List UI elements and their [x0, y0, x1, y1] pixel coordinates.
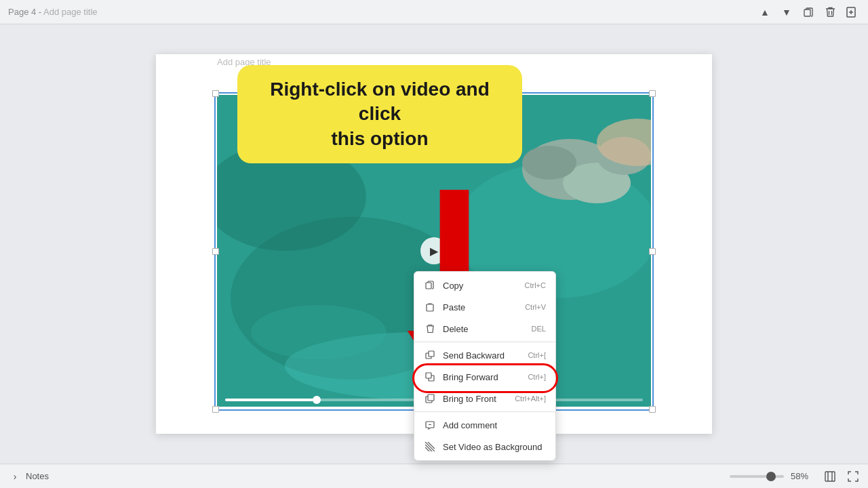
menu-item-bring-forward[interactable]: Bring Forward Ctrl+]: [414, 366, 555, 388]
zoom-percent: 58%: [791, 471, 815, 481]
send-backward-label: Send Backward: [443, 350, 505, 361]
add-page-title[interactable]: Add page title: [43, 7, 98, 17]
menu-item-bring-to-front[interactable]: Bring to Front Ctrl+Alt+]: [414, 388, 555, 409]
svg-rect-19: [426, 283, 431, 289]
separator: -: [36, 7, 43, 17]
add-comment-label: Add comment: [443, 420, 497, 430]
fullscreen-button[interactable]: [845, 468, 861, 485]
bottom-right-controls: 58%: [730, 468, 861, 485]
send-backward-shortcut: Ctrl+[: [528, 351, 546, 359]
bring-forward-icon: [424, 371, 436, 383]
svg-rect-22: [429, 351, 434, 357]
menu-item-set-video-bg[interactable]: Set Video as Background: [414, 436, 555, 458]
instruction-tooltip: Right-click on video and click this opti…: [237, 65, 522, 163]
paste-icon: [424, 301, 436, 313]
page-info: Page 4 - Add page title: [8, 7, 98, 17]
video-progress-handle[interactable]: [313, 396, 321, 404]
tooltip-text: Right-click on video and click this opti…: [256, 77, 503, 151]
bring-to-front-icon: [424, 392, 436, 405]
bring-forward-shortcut: Ctrl+]: [528, 373, 546, 381]
canvas-area: Add page title: [0, 24, 868, 464]
svg-rect-20: [427, 304, 433, 311]
page-number: Page 4: [8, 7, 36, 17]
bring-forward-label: Bring Forward: [443, 372, 498, 382]
delete-page-button[interactable]: [822, 4, 838, 20]
top-bar-actions: ▲ ▼: [757, 4, 860, 20]
pattern-icon: [424, 441, 436, 453]
page-down-button[interactable]: ▼: [778, 4, 795, 20]
bring-to-front-label: Bring to Front: [443, 394, 496, 404]
svg-rect-24: [426, 373, 431, 378]
menu-divider-2: [414, 411, 555, 412]
menu-item-paste[interactable]: Paste Ctrl+V: [414, 296, 555, 318]
bottom-bar: › Notes 58%: [0, 464, 868, 488]
handle-bottom-right[interactable]: [649, 406, 656, 413]
fit-to-screen-button[interactable]: [822, 468, 838, 485]
add-page-button[interactable]: [844, 4, 860, 20]
add-comment-icon: [424, 419, 436, 431]
top-bar: Page 4 - Add page title ▲ ▼: [0, 0, 868, 24]
svg-point-16: [251, 305, 387, 359]
handle-bottom-left[interactable]: [212, 406, 219, 413]
menu-divider-1: [414, 342, 555, 342]
video-progress-fill: [225, 399, 317, 401]
send-backward-icon: [424, 349, 436, 361]
slide: Add page title: [156, 54, 712, 434]
notes-collapse-button[interactable]: ›: [7, 468, 23, 485]
menu-item-copy[interactable]: Copy Ctrl+C: [414, 274, 555, 296]
context-menu: Copy Ctrl+C Paste Ctrl+V: [414, 271, 556, 461]
delete-shortcut: DEL: [532, 325, 546, 333]
bring-to-front-shortcut: Ctrl+Alt+]: [515, 394, 546, 403]
menu-item-add-comment[interactable]: Add comment: [414, 414, 555, 436]
zoom-slider[interactable]: [730, 475, 784, 478]
delete-label: Delete: [443, 324, 469, 334]
duplicate-page-button[interactable]: [800, 4, 816, 20]
svg-line-28: [425, 442, 435, 451]
paste-label: Paste: [443, 302, 465, 312]
copy-icon: [424, 279, 436, 291]
paste-shortcut: Ctrl+V: [525, 303, 546, 311]
notes-label: Notes: [26, 471, 49, 481]
page-up-button[interactable]: ▲: [757, 4, 773, 20]
svg-rect-26: [428, 394, 434, 401]
svg-rect-32: [825, 472, 835, 481]
svg-rect-0: [804, 9, 810, 16]
menu-item-delete[interactable]: Delete DEL: [414, 318, 555, 340]
set-video-bg-label: Set Video as Background: [443, 442, 542, 452]
delete-icon: [424, 323, 436, 335]
svg-point-12: [522, 146, 576, 180]
copy-label: Copy: [443, 281, 463, 291]
copy-shortcut: Ctrl+C: [525, 281, 546, 289]
menu-item-send-backward[interactable]: Send Backward Ctrl+[: [414, 344, 555, 366]
zoom-handle[interactable]: [766, 472, 776, 481]
